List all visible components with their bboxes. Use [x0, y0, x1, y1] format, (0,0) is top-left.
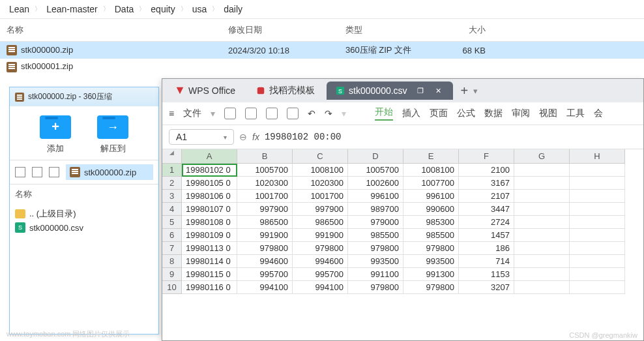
row-header[interactable]: 1 [162, 164, 182, 177]
cell[interactable]: 979800 [403, 242, 459, 255]
cell[interactable]: 1007700 [403, 177, 459, 190]
cell[interactable]: 19980115 0 [182, 268, 237, 281]
cell[interactable]: 993500 [348, 255, 403, 268]
menu-data[interactable]: 数据 [484, 108, 503, 119]
close-icon[interactable]: ✕ [433, 85, 444, 96]
menu-insert[interactable]: 插入 [402, 108, 420, 119]
cell[interactable] [570, 255, 625, 268]
row-header[interactable]: 10 [162, 281, 182, 294]
row-header[interactable]: 4 [162, 203, 182, 216]
cell[interactable]: 979800 [348, 281, 403, 294]
print-icon[interactable] [266, 108, 278, 119]
cell[interactable] [514, 216, 570, 229]
col-header[interactable]: E [403, 149, 459, 164]
chevron-down-icon[interactable]: ▾ [211, 108, 215, 119]
cell[interactable]: 991100 [348, 268, 403, 281]
view-icon-2[interactable] [32, 167, 42, 177]
file-row[interactable]: stk000000.zip 2024/3/20 10:18 360压缩 ZIP … [0, 42, 644, 59]
row-header[interactable]: 5 [162, 216, 182, 229]
view-icon-3[interactable] [49, 167, 59, 177]
cell[interactable]: 19980102 0 [182, 164, 237, 177]
cell[interactable]: 19980107 0 [182, 203, 237, 216]
menu-page[interactable]: 页面 [430, 108, 448, 119]
crumb[interactable]: Lean-master [46, 4, 98, 14]
cell[interactable]: 991900 [237, 229, 293, 242]
cell[interactable]: 2107 [459, 190, 514, 203]
add-button[interactable]: 添加 [40, 115, 71, 155]
cell[interactable] [514, 164, 570, 177]
cell-reference-input[interactable]: A1 ▾ [169, 129, 234, 145]
row-header[interactable]: 2 [162, 177, 182, 190]
cell[interactable]: 1020300 [293, 177, 348, 190]
cell[interactable] [570, 229, 625, 242]
cell[interactable] [514, 203, 570, 216]
cell[interactable]: 979800 [237, 242, 293, 255]
cell[interactable] [514, 281, 570, 294]
cell[interactable] [570, 242, 625, 255]
cell[interactable] [514, 268, 570, 281]
file-row[interactable]: stk000001.zip [0, 59, 644, 75]
cell[interactable]: 2100 [459, 164, 514, 177]
cell[interactable]: 994100 [293, 281, 348, 294]
col-header[interactable]: C [293, 149, 348, 164]
tab-template[interactable]: 找稻壳模板 [247, 81, 324, 100]
cell[interactable]: 3447 [459, 203, 514, 216]
tab-document[interactable]: S stk000000.csv ❐ ✕ [327, 82, 453, 100]
row-header[interactable]: 9 [162, 268, 182, 281]
archive-titlebar[interactable]: stk000000.zip - 360压缩 [10, 87, 158, 106]
cell[interactable]: 985500 [403, 229, 459, 242]
cell[interactable]: 1020300 [237, 177, 293, 190]
cancel-icon[interactable]: ⊖ [239, 132, 247, 142]
save-icon[interactable] [224, 108, 236, 119]
cell[interactable] [570, 190, 625, 203]
cell[interactable] [570, 177, 625, 190]
menu-view[interactable]: 视图 [539, 108, 557, 119]
col-type[interactable]: 类型 [339, 24, 440, 36]
cell[interactable]: 985300 [403, 216, 459, 229]
cell[interactable]: 2724 [459, 216, 514, 229]
cell[interactable] [570, 203, 625, 216]
menu-start[interactable]: 开始 [375, 106, 393, 121]
cell[interactable]: 989700 [348, 203, 403, 216]
cell[interactable] [570, 268, 625, 281]
cell[interactable]: 3167 [459, 177, 514, 190]
row-header[interactable]: 8 [162, 255, 182, 268]
tab-wps-home[interactable]: WPS Office [166, 82, 244, 100]
new-tab-button[interactable]: + [461, 83, 469, 98]
chevron-down-icon[interactable]: ▾ [473, 86, 478, 96]
cell[interactable]: 991300 [403, 268, 459, 281]
cell[interactable] [570, 216, 625, 229]
row-header[interactable]: 6 [162, 229, 182, 242]
col-header[interactable]: B [237, 149, 293, 164]
updir-item[interactable]: .. (上级目录) [15, 207, 153, 221]
cell[interactable]: 995700 [293, 268, 348, 281]
cell[interactable]: 985500 [348, 229, 403, 242]
cell[interactable]: 997900 [293, 203, 348, 216]
col-header[interactable]: A [182, 149, 237, 164]
cell[interactable]: 186 [459, 242, 514, 255]
cell[interactable]: 1002600 [348, 177, 403, 190]
cell[interactable]: 990600 [403, 203, 459, 216]
cell[interactable] [514, 255, 570, 268]
menu-review[interactable]: 审阅 [512, 108, 530, 119]
list-item[interactable]: Sstk000000.csv [15, 221, 153, 234]
crumb[interactable]: Lean [9, 4, 29, 14]
breadcrumb[interactable]: Lean〉 Lean-master〉 Data〉 equity〉 usa〉 da… [0, 0, 644, 18]
cell[interactable]: 986500 [237, 216, 293, 229]
cell[interactable]: 1001700 [237, 190, 293, 203]
cell[interactable]: 996100 [348, 190, 403, 203]
cell[interactable]: 19980116 0 [182, 281, 237, 294]
crumb[interactable]: equity [151, 4, 175, 14]
col-name[interactable]: 名称 [0, 24, 222, 36]
cell[interactable]: 3207 [459, 281, 514, 294]
cell[interactable] [514, 242, 570, 255]
cell[interactable]: 1005700 [237, 164, 293, 177]
col-header[interactable]: H [570, 149, 625, 164]
redo2-icon[interactable]: ↷ [325, 108, 332, 119]
select-all-corner[interactable]: ◢ [162, 149, 182, 164]
crumb[interactable]: usa [192, 4, 207, 14]
cell[interactable]: 1457 [459, 229, 514, 242]
cell[interactable] [514, 229, 570, 242]
view-icon-1[interactable] [15, 167, 25, 177]
cell[interactable]: 993500 [403, 255, 459, 268]
